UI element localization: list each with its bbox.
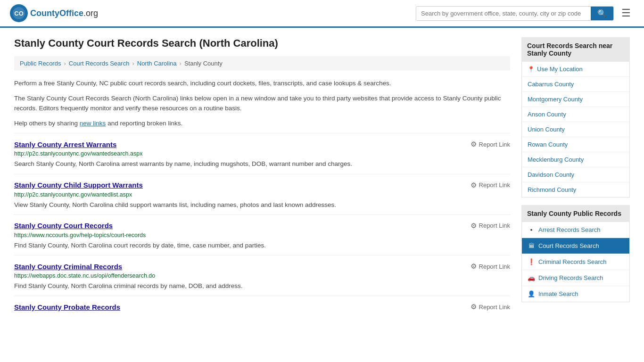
sidebar-pubrecord-criminal[interactable]: ❗ Criminal Records Search [522,254,629,270]
result-item-3: Stanly County Court Records ⚙ Report Lin… [14,214,510,255]
sidebar-item-union[interactable]: Union County [522,122,629,137]
site-header: CO CountyOffice.org 🔍 ☰ [0,0,644,28]
sidebar-item-use-location[interactable]: 📍 Use My Location [522,62,629,77]
result-item-2: Stanly County Child Support Warrants ⚙ R… [14,174,510,214]
location-icon: 📍 [528,66,535,73]
report-link-btn-5[interactable]: ⚙ Report Link [471,303,510,311]
search-box-wrapper: 🔍 [416,6,614,21]
report-link-btn-1[interactable]: ⚙ Report Link [471,140,510,148]
description-3: Help others by sharing new links and rep… [14,118,510,129]
result-title-2[interactable]: Stanly County Child Support Warrants [14,181,143,189]
result-title-1[interactable]: Stanly County Arrest Warrants [14,140,116,148]
report-link-btn-2[interactable]: ⚙ Report Link [471,181,510,189]
inmate-icon: 👤 [528,290,535,297]
court-icon: 🏛 [528,242,535,249]
result-desc-3: Find Stanly County, North Carolina court… [14,241,510,250]
sidebar-pubrecord-court[interactable]: 🏛 Court Records Search [522,238,629,254]
result-title-3[interactable]: Stanly County Court Records [14,222,113,230]
result-url-1: http://p2c.stanlycountync.gov/wantedsear… [14,150,510,157]
nearby-list: 📍 Use My Location Cabarrus County Montgo… [521,62,630,197]
menu-button[interactable]: ☰ [618,5,635,21]
result-url-4: https://webapps.doc.state.nc.us/opi/offe… [14,272,510,279]
result-item-1: Stanly County Arrest Warrants ⚙ Report L… [14,133,510,173]
breadcrumb-north-carolina[interactable]: North Carolina [137,60,177,67]
search-icon: 🔍 [597,9,607,17]
search-area: 🔍 ☰ [416,5,635,21]
report-icon-1: ⚙ [471,140,477,148]
logo-area: CO CountyOffice.org [9,4,98,23]
new-links-link[interactable]: new links [80,120,106,127]
sidebar-item-davidson[interactable]: Davidson County [522,167,629,182]
result-item-4: Stanly County Criminal Records ⚙ Report … [14,255,510,296]
result-title-4[interactable]: Stanly County Criminal Records [14,263,122,271]
report-icon-4: ⚙ [471,262,477,271]
breadcrumb-court-records-search[interactable]: Court Records Search [69,60,130,67]
breadcrumb-stanly-county: Stanly County [184,60,223,67]
pubrecords-list: ▪ Arrest Records Search 🏛 Court Records … [521,222,630,302]
criminal-icon: ❗ [528,258,535,265]
result-title-5[interactable]: Stanly County Probate Records [14,303,120,311]
svg-text:CO: CO [14,10,24,17]
report-icon-5: ⚙ [471,303,477,311]
sidebar-item-rowan[interactable]: Rowan County [522,137,629,152]
description-1: Perform a free Stanly County, NC public … [14,78,510,89]
hamburger-icon: ☰ [621,7,631,19]
sidebar-pubrecord-driving[interactable]: 🚗 Driving Records Search [522,270,629,286]
search-input[interactable] [416,7,591,20]
result-desc-4: Find Stanly County, North Carolina crimi… [14,281,510,291]
sidebar-item-anson[interactable]: Anson County [522,107,629,122]
logo-icon: CO [9,4,28,23]
report-icon-2: ⚙ [471,181,477,189]
search-button[interactable]: 🔍 [591,7,613,20]
report-icon-3: ⚙ [471,222,477,230]
result-desc-1: Search Stanly County, North Carolina arr… [14,159,510,169]
sidebar-pubrecord-arrest[interactable]: ▪ Arrest Records Search [522,222,629,238]
logo-text: CountyOffice.org [30,8,98,18]
use-location-label: Use My Location [537,66,583,73]
driving-icon: 🚗 [528,274,535,281]
report-link-btn-4[interactable]: ⚙ Report Link [471,262,510,271]
result-desc-2: View Stanly County, North Carolina child… [14,200,510,210]
result-item-5: Stanly County Probate Records ⚙ Report L… [14,296,510,318]
page-title: Stanly County Court Records Search (Nort… [14,37,510,49]
sidebar-item-mecklenburg[interactable]: Mecklenburg County [522,152,629,167]
result-url-2: http://p2c.stanlycountync.gov/wantedlist… [14,191,510,198]
main-wrapper: Stanly County Court Records Search (Nort… [0,28,644,327]
breadcrumb: Public Records › Court Records Search › … [14,56,510,71]
sidebar-item-montgomery[interactable]: Montgomery County [522,92,629,107]
results-list: Stanly County Arrest Warrants ⚙ Report L… [14,133,510,318]
description-2: The Stanly County Court Records Search (… [14,93,510,114]
nearby-section-title: Court Records Search near Stanly County [521,37,630,62]
sidebar-item-richmond[interactable]: Richmond County [522,182,629,197]
sidebar-item-cabarrus[interactable]: Cabarrus County [522,77,629,92]
report-link-btn-3[interactable]: ⚙ Report Link [471,222,510,230]
breadcrumb-public-records[interactable]: Public Records [20,60,61,67]
arrest-icon: ▪ [528,226,535,233]
result-url-3: https://www.nccourts.gov/help-topics/cou… [14,232,510,239]
content-area: Stanly County Court Records Search (Nort… [14,37,510,318]
pubrecords-section-title: Stanly County Public Records [521,205,630,222]
sidebar-pubrecord-inmate[interactable]: 👤 Inmate Search [522,286,629,302]
sidebar: Court Records Search near Stanly County … [521,37,630,318]
